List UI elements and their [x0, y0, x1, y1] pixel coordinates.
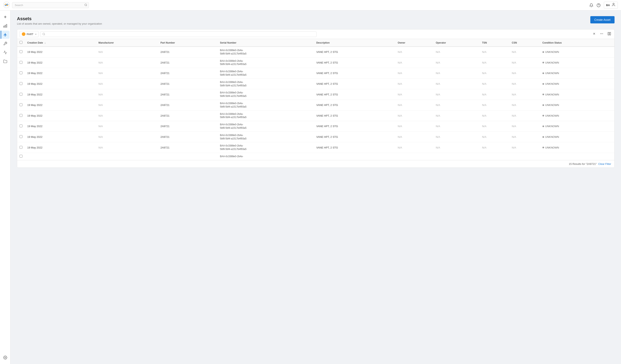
row-checkbox-cell: [17, 57, 25, 68]
cell-status-partial: [540, 153, 614, 160]
notifications-button[interactable]: [589, 3, 593, 7]
cell-creation-date: 19 May 2022: [25, 121, 96, 132]
filter-type-label: PART: [27, 33, 33, 36]
sidebar-item-assets[interactable]: [0, 31, 10, 39]
row-checkbox-partial[interactable]: [19, 155, 22, 158]
select-all-checkbox[interactable]: [19, 41, 22, 44]
columns-toggle-button[interactable]: [607, 31, 612, 37]
row-checkbox-8[interactable]: [19, 135, 22, 138]
page-header: Assets List of assets that are owned, op…: [17, 16, 615, 25]
col-tsn[interactable]: TSN: [480, 39, 509, 47]
user-menu[interactable]: BA: [604, 2, 618, 9]
row-checkbox-3[interactable]: [19, 82, 22, 85]
topbar-search-button[interactable]: [84, 3, 87, 7]
cell-serial-number: BAA-0c3388e0-2b4a-5bf8-5bf4-a1517b4f93a5: [217, 100, 314, 110]
row-checkbox-5[interactable]: [19, 103, 22, 106]
status-dot-icon: [542, 104, 544, 106]
svg-rect-10: [3, 26, 4, 27]
col-serial-number[interactable]: Serial Number: [217, 39, 314, 47]
status-badge: UNKNOWN: [542, 103, 612, 107]
cell-condition-status: UNKNOWN: [540, 132, 614, 142]
row-checkbox-7[interactable]: [19, 125, 22, 127]
row-checkbox-2[interactable]: [19, 71, 22, 74]
row-checkbox-4[interactable]: [19, 93, 22, 96]
cell-manufacturer: N/A: [96, 121, 158, 132]
row-checkbox-6[interactable]: [19, 114, 22, 117]
row-checkbox-0[interactable]: [19, 50, 22, 53]
table-body: 19 May 2022 N/A 2A9721 BAA-0c3388e0-2b4a…: [17, 47, 614, 160]
sidebar-item-routes[interactable]: [1, 49, 9, 56]
sidebar-item-add[interactable]: [1, 13, 9, 21]
cell-csn: N/A: [509, 89, 540, 100]
filter-close-button[interactable]: [592, 31, 597, 37]
cell-description: VANE HPT, 2 STG: [314, 47, 395, 57]
svg-point-17: [602, 33, 602, 34]
col-operator[interactable]: Operator: [433, 39, 480, 47]
cell-condition-status: UNKNOWN: [540, 57, 614, 68]
cell-tsn: N/A: [480, 132, 509, 142]
cell-tsn: N/A: [480, 110, 509, 121]
cell-condition-status: UNKNOWN: [540, 121, 614, 132]
col-condition-status[interactable]: Condition Status: [540, 39, 614, 47]
cell-manufacturer: N/A: [96, 110, 158, 121]
results-summary: 15 Results for "2A9721": [569, 163, 597, 165]
results-count: 15: [569, 163, 572, 165]
table-row: 19 May 2022 N/A 2A9721 BAA-0c3388e0-2b4a…: [17, 89, 614, 100]
col-description[interactable]: Description: [314, 39, 395, 47]
sidebar-item-maintenance[interactable]: [1, 40, 9, 48]
filter-search-input[interactable]: 2A9721: [47, 33, 314, 36]
help-button[interactable]: [597, 3, 601, 7]
col-description-label: Description: [316, 41, 330, 44]
cell-description-partial: [314, 153, 395, 160]
cell-description: VANE HPT, 2 STG: [314, 89, 395, 100]
cell-condition-status: UNKNOWN: [540, 110, 614, 121]
col-creation-date-label: Creation Date: [27, 41, 43, 44]
cell-part-number: 2A9721: [158, 142, 218, 153]
col-owner[interactable]: Owner: [395, 39, 433, 47]
col-creation-date[interactable]: Creation Date ↓: [25, 39, 96, 47]
cell-part-number: 2A9721: [158, 79, 218, 89]
status-dot-icon: [542, 94, 544, 95]
filter-more-button[interactable]: [598, 31, 605, 37]
cell-description: VANE HPT, 2 STG: [314, 142, 395, 153]
cell-condition-status: UNKNOWN: [540, 79, 614, 89]
status-dot-icon: [542, 72, 544, 74]
svg-line-2: [86, 5, 87, 6]
row-checkbox-1[interactable]: [19, 61, 22, 64]
topbar-search-input[interactable]: [12, 2, 89, 8]
cell-operator: N/A: [433, 68, 480, 79]
sidebar-item-dashboard[interactable]: [1, 22, 9, 30]
clear-filter-button[interactable]: Clear Filter: [598, 163, 611, 165]
row-checkbox-9[interactable]: [19, 146, 22, 149]
cell-owner: N/A: [395, 142, 433, 153]
col-manufacturer-label: Manufacturer: [99, 41, 114, 44]
results-query: "2A9721": [586, 163, 597, 165]
status-badge: UNKNOWN: [542, 72, 612, 75]
sidebar-item-settings[interactable]: [1, 353, 9, 362]
wrench-icon: [3, 42, 7, 46]
results-text-prefix: Results for: [572, 163, 586, 165]
col-csn[interactable]: CSN: [509, 39, 540, 47]
row-checkbox-cell: [17, 47, 25, 57]
cell-operator: N/A: [433, 79, 480, 89]
cell-manufacturer: N/A: [96, 89, 158, 100]
cell-condition-status: UNKNOWN: [540, 142, 614, 153]
cell-owner: N/A: [395, 132, 433, 142]
col-part-number[interactable]: Part Number: [158, 39, 218, 47]
cell-part-number-partial: [158, 153, 218, 160]
cell-description: VANE HPT, 2 STG: [314, 57, 395, 68]
create-asset-button[interactable]: Create Asset: [590, 16, 615, 23]
sidebar-item-documents[interactable]: [1, 57, 9, 65]
table-row: 19 May 2022 N/A 2A9721 BAA-0c3388e0-2b4a…: [17, 100, 614, 110]
col-manufacturer[interactable]: Manufacturer: [96, 39, 158, 47]
svg-line-13: [44, 35, 45, 35]
cell-creation-date: 19 May 2022: [25, 100, 96, 110]
status-badge: UNKNOWN: [542, 114, 612, 117]
filter-type-dropdown[interactable]: PART ▾: [19, 31, 38, 37]
cell-manufacturer: N/A: [96, 57, 158, 68]
svg-point-16: [600, 33, 601, 34]
cell-manufacturer: N/A: [96, 132, 158, 142]
cell-serial-number: BAA-0c3388e0-2b4a-5bf8-5bf4-a1517b4f93a5: [217, 57, 314, 68]
cell-csn: N/A: [509, 68, 540, 79]
status-dot-icon: [542, 62, 544, 63]
